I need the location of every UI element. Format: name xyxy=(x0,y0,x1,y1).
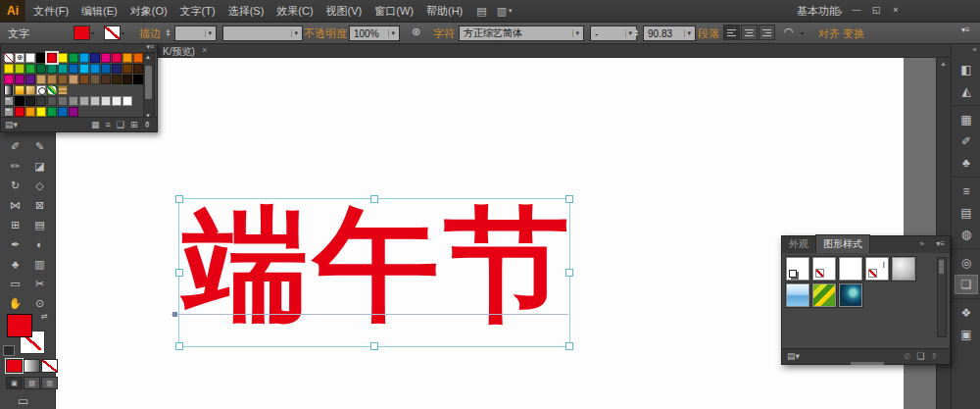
swatch[interactable] xyxy=(101,64,111,74)
dock-layers-icon[interactable]: ❖ xyxy=(955,303,978,323)
opacity-combo[interactable]: 100%▾ xyxy=(349,26,400,41)
default-graphic-style[interactable] xyxy=(786,257,809,281)
swatch[interactable] xyxy=(25,64,35,74)
menubar-item[interactable]: 对象(O) xyxy=(130,4,168,19)
step-down-icon[interactable]: ▼ xyxy=(166,32,171,36)
minimize-button[interactable]: — xyxy=(849,3,864,17)
selection-handle-top-center[interactable] xyxy=(370,195,378,203)
paragraph-panel-link[interactable]: 段落 xyxy=(698,26,719,41)
swatch[interactable] xyxy=(90,96,100,106)
swatch[interactable] xyxy=(58,107,68,117)
swatch[interactable] xyxy=(69,75,78,84)
swatch[interactable] xyxy=(4,64,14,74)
swatch-options-button[interactable]: ≡ xyxy=(106,121,111,129)
panel-menu-icon[interactable]: ▾≡ xyxy=(146,43,154,51)
envelope-caret-icon[interactable]: ▾ xyxy=(801,29,804,36)
swatch[interactable] xyxy=(25,75,35,84)
scroll-up-icon[interactable]: ▲ xyxy=(145,54,151,60)
stroke-weight-combo[interactable]: ▾ xyxy=(174,26,217,41)
selection-handle-bottom-left[interactable] xyxy=(175,342,183,350)
swatch[interactable] xyxy=(36,75,46,84)
menubar-item[interactable]: 窗口(W) xyxy=(374,4,414,19)
panel-menu-icon[interactable]: ▾≡ xyxy=(936,239,945,248)
white-style[interactable] xyxy=(839,257,862,281)
selection-handle-bottom-right[interactable] xyxy=(565,342,573,350)
eraser-tool[interactable]: ◪ xyxy=(30,157,49,175)
menubar-item[interactable]: 选择(S) xyxy=(228,4,265,19)
swatch[interactable] xyxy=(15,96,24,106)
transform-panel-link[interactable]: 变换 xyxy=(843,26,864,41)
swatch[interactable] xyxy=(25,96,35,106)
tab-graphic-styles[interactable]: 图形样式 xyxy=(815,234,870,253)
close-button[interactable]: × xyxy=(888,3,904,17)
swatch-grad-gold[interactable] xyxy=(25,85,35,95)
swap-fill-stroke-icon[interactable]: ⇄ xyxy=(41,312,48,321)
swatch[interactable] xyxy=(69,64,78,74)
arrange-caret-icon[interactable]: ▾ xyxy=(509,7,513,15)
tab-close-icon[interactable]: × xyxy=(202,45,207,55)
bridge-icon[interactable]: ▤ xyxy=(476,5,486,18)
swatch[interactable] xyxy=(69,53,78,63)
swatch[interactable] xyxy=(122,64,132,74)
swatch[interactable] xyxy=(112,53,122,63)
selection-handle-mid-right[interactable] xyxy=(565,269,573,277)
character-panel-link[interactable]: 字符 xyxy=(433,26,455,41)
swatch[interactable] xyxy=(47,107,57,117)
swatch[interactable] xyxy=(36,107,46,117)
swatch[interactable] xyxy=(15,107,24,117)
tab-appearance[interactable]: 外观 xyxy=(782,235,815,253)
dock-stroke-icon[interactable]: ≡ xyxy=(955,181,978,201)
swatch-registration[interactable]: ⊕ xyxy=(15,53,24,63)
gradient-tool[interactable]: ▤ xyxy=(30,216,49,233)
show-swatch-kinds-button[interactable]: ▦ xyxy=(91,121,100,129)
swatch[interactable] xyxy=(122,96,132,106)
document-tab[interactable]: K/预览) xyxy=(163,45,195,59)
none-mode-button[interactable] xyxy=(41,359,58,373)
make-envelope-icon[interactable]: ◠ xyxy=(784,26,794,38)
scroll-up-icon[interactable]: ▲ xyxy=(940,60,947,67)
baseline-anchor-handle[interactable] xyxy=(172,312,177,317)
paintbrush-tool[interactable]: ✐ xyxy=(6,137,24,155)
align-left-button[interactable] xyxy=(723,25,740,40)
swatch[interactable] xyxy=(25,107,35,117)
swatch[interactable] xyxy=(47,96,57,106)
swatch[interactable] xyxy=(47,75,57,84)
menubar-item[interactable]: 编辑(E) xyxy=(81,4,118,19)
no-fill-style[interactable] xyxy=(812,257,836,281)
column-graph-tool[interactable]: ▥ xyxy=(30,255,49,273)
combo-caret-icon[interactable]: ▾ xyxy=(684,29,691,37)
menubar-item[interactable]: 视图(V) xyxy=(326,4,363,19)
swatch[interactable] xyxy=(101,96,111,106)
swatch-pat-circle[interactable] xyxy=(36,85,46,95)
swatch[interactable] xyxy=(36,64,46,74)
swatch[interactable] xyxy=(4,75,14,84)
new-swatch-button[interactable]: ⊞ xyxy=(130,121,138,129)
dock-symbols-icon[interactable]: ♣ xyxy=(955,153,978,173)
swatch[interactable] xyxy=(112,75,122,84)
scrollbar-thumb[interactable] xyxy=(939,260,944,274)
collapse-dock-icon[interactable]: « xyxy=(973,45,977,54)
swatch[interactable] xyxy=(101,75,111,84)
text-baseline[interactable] xyxy=(172,314,568,315)
combo-caret-icon[interactable]: ▾ xyxy=(205,29,212,37)
color-mode-button[interactable] xyxy=(6,359,23,373)
swatch[interactable] xyxy=(133,64,143,74)
dock-brushes-icon[interactable]: ✐ xyxy=(955,131,978,151)
artboard-tool[interactable]: ▭ xyxy=(6,275,24,292)
silver-bevel-style[interactable] xyxy=(892,257,915,281)
swatch[interactable] xyxy=(58,53,68,63)
screen-mode-button[interactable]: ▭ xyxy=(18,394,28,408)
swatch[interactable] xyxy=(133,75,143,84)
swatch[interactable] xyxy=(47,53,57,63)
blend-tool[interactable]: ◐ xyxy=(30,235,49,253)
opacity-link[interactable]: 不透明度 xyxy=(304,26,347,41)
dock-swatches-icon[interactable]: ▦ xyxy=(955,110,978,129)
menubar-item[interactable]: 文字(T) xyxy=(180,4,216,19)
hand-tool[interactable]: ✋ xyxy=(6,294,24,312)
swatch[interactable] xyxy=(133,53,143,63)
workspace-caret-icon[interactable]: ▾ xyxy=(839,9,843,17)
pencil-tool[interactable]: ✎ xyxy=(30,137,49,155)
font-family-combo[interactable]: 方正综艺简体▾ xyxy=(459,26,584,41)
zoom-tool[interactable]: ⊙ xyxy=(30,294,49,312)
stroke-panel-link[interactable]: 描边 xyxy=(139,26,161,41)
